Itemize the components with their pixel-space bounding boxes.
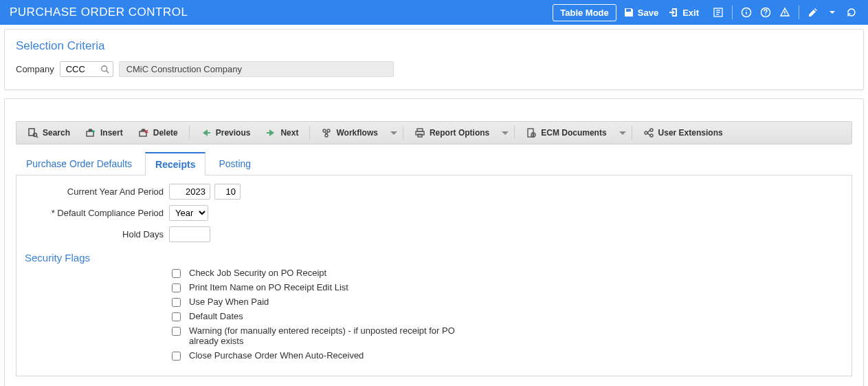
svg-point-8: [765, 14, 766, 15]
current-year-input[interactable]: [169, 184, 210, 200]
selection-criteria-title: Selection Criteria: [16, 39, 852, 53]
flag-print-item-name: Print Item Name on PO Receipt Edit List: [172, 282, 843, 292]
svg-point-14: [34, 133, 37, 137]
info-icon: [741, 7, 752, 18]
ecm-documents-dropdown[interactable]: [619, 131, 626, 135]
report-options-button[interactable]: Report Options: [409, 125, 495, 141]
delete-button[interactable]: Delete: [133, 125, 183, 141]
caret-down-icon: [827, 7, 838, 18]
next-button[interactable]: Next: [260, 125, 304, 141]
user-extensions-button[interactable]: User Extensions: [638, 125, 728, 141]
flag-close-po-auto-received-checkbox[interactable]: [172, 352, 181, 361]
svg-line-12: [106, 70, 109, 73]
notes-icon: [713, 7, 724, 18]
hold-days-label: Hold Days: [25, 229, 169, 239]
flag-use-pay-when-paid: Use Pay When Paid: [172, 297, 843, 307]
security-flags-title: Security Flags: [25, 252, 843, 264]
svg-point-34: [650, 134, 653, 137]
save-button[interactable]: Save: [623, 7, 658, 18]
notes-button[interactable]: [713, 7, 724, 18]
security-flags-list: Check Job Security on PO Receipt Print I…: [25, 268, 843, 361]
arrow-right-icon: [265, 127, 276, 138]
search-button[interactable]: Search: [22, 125, 76, 141]
page-title: PURCHASE ORDER CONTROL: [10, 6, 188, 19]
company-code-input[interactable]: [66, 64, 100, 74]
flag-check-job-security-checkbox[interactable]: [172, 269, 181, 278]
flag-print-item-name-checkbox[interactable]: [172, 283, 181, 292]
workflow-icon: [321, 127, 332, 138]
current-year-period-label: Current Year And Period: [25, 186, 169, 197]
tab-receipts[interactable]: Receipts: [145, 152, 205, 175]
refresh-button[interactable]: [846, 7, 857, 18]
flag-warning-unposted-receipt-checkbox[interactable]: [172, 327, 181, 336]
flag-check-job-security: Check Job Security on PO Receipt: [172, 268, 843, 278]
svg-rect-27: [418, 134, 422, 137]
record-toolbar: Search Insert Delete Previous Next: [16, 121, 852, 144]
search-icon: [27, 127, 38, 138]
tab-posting[interactable]: Posting: [208, 152, 261, 175]
flag-label: Default Dates: [189, 311, 243, 321]
flag-label: Print Item Name on PO Receipt Edit List: [189, 282, 348, 292]
flag-label: Check Job Security on PO Receipt: [189, 268, 326, 278]
info-button[interactable]: [741, 7, 752, 18]
insert-button[interactable]: Insert: [80, 125, 129, 141]
insert-icon: [85, 127, 96, 138]
flag-warning-unposted-receipt: Warning (for manually entered receipts) …: [172, 325, 843, 346]
flag-default-dates-checkbox[interactable]: [172, 312, 181, 321]
flag-use-pay-when-paid-checkbox[interactable]: [172, 298, 181, 307]
document-icon: [526, 127, 537, 138]
flag-label: Warning (for manually entered receipts) …: [189, 325, 478, 346]
svg-point-24: [325, 134, 328, 137]
tab-content-receipts: Current Year And Period * Default Compli…: [16, 175, 852, 376]
table-mode-button[interactable]: Table Mode: [553, 4, 616, 21]
default-compliance-period-select[interactable]: Year: [169, 205, 208, 221]
exit-icon: [668, 7, 679, 18]
company-label: Company: [16, 64, 54, 74]
help-icon: [760, 7, 771, 18]
current-period-input[interactable]: [214, 184, 241, 200]
svg-point-6: [746, 10, 747, 11]
edit-icon: [808, 7, 819, 18]
svg-line-15: [36, 136, 38, 138]
company-name-display: CMiC Construction Company: [119, 61, 394, 77]
delete-icon: [138, 127, 149, 138]
app-header: PURCHASE ORDER CONTROL Table Mode Save E…: [0, 0, 868, 25]
flag-close-po-auto-received: Close Purchase Order When Auto-Received: [172, 350, 843, 361]
exit-button[interactable]: Exit: [668, 7, 699, 18]
flag-label: Use Pay When Paid: [189, 297, 269, 307]
detail-panel: Search Insert Delete Previous Next: [4, 98, 864, 386]
tab-strip: Purchase Order Defaults Receipts Posting: [16, 151, 852, 175]
help-button[interactable]: [760, 7, 771, 18]
selection-criteria-panel: Selection Criteria Company CMiC Construc…: [4, 29, 864, 90]
refresh-icon: [846, 7, 857, 18]
svg-line-35: [647, 130, 650, 133]
save-icon: [623, 7, 634, 18]
ecm-documents-button[interactable]: ECM Documents: [520, 125, 612, 141]
workflows-button[interactable]: Workflows: [315, 125, 383, 141]
lookup-icon[interactable]: [100, 65, 110, 74]
svg-point-22: [323, 129, 326, 132]
user-extensions-icon: [643, 127, 654, 138]
alert-icon: [779, 7, 790, 18]
print-icon: [414, 127, 425, 138]
svg-line-36: [647, 133, 650, 136]
svg-point-32: [645, 131, 647, 134]
tab-po-defaults[interactable]: Purchase Order Defaults: [16, 152, 142, 175]
flag-label: Close Purchase Order When Auto-Received: [189, 350, 364, 361]
previous-button[interactable]: Previous: [195, 125, 256, 141]
header-dropdown[interactable]: [827, 7, 838, 18]
header-divider: [799, 6, 799, 19]
edit-button[interactable]: [808, 7, 819, 18]
header-divider: [732, 6, 733, 19]
svg-rect-16: [87, 131, 93, 136]
default-compliance-period-label: * Default Compliance Period: [25, 208, 169, 218]
company-lookup[interactable]: [60, 61, 113, 77]
workflows-dropdown[interactable]: [390, 131, 397, 135]
svg-point-10: [784, 14, 785, 15]
alert-button[interactable]: [779, 7, 790, 18]
report-options-dropdown[interactable]: [502, 131, 509, 135]
hold-days-input[interactable]: [169, 226, 210, 242]
svg-point-11: [101, 65, 107, 71]
svg-point-33: [650, 129, 653, 131]
arrow-left-icon: [201, 127, 212, 138]
